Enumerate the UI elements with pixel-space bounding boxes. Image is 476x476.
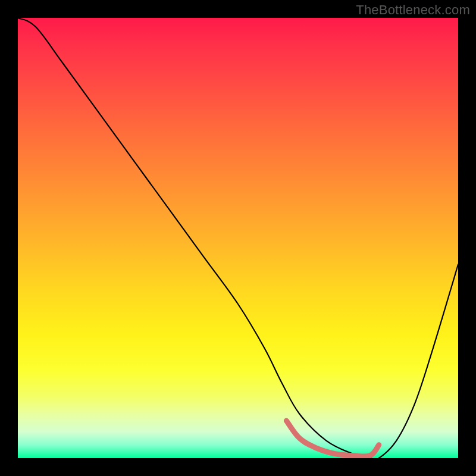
watermark-text: TheBottleneck.com [356, 2, 470, 18]
chart-curve-svg [18, 18, 458, 458]
chart-plot-area [18, 18, 458, 458]
highlight-segment-line [286, 421, 378, 456]
main-curve-line [18, 18, 458, 458]
